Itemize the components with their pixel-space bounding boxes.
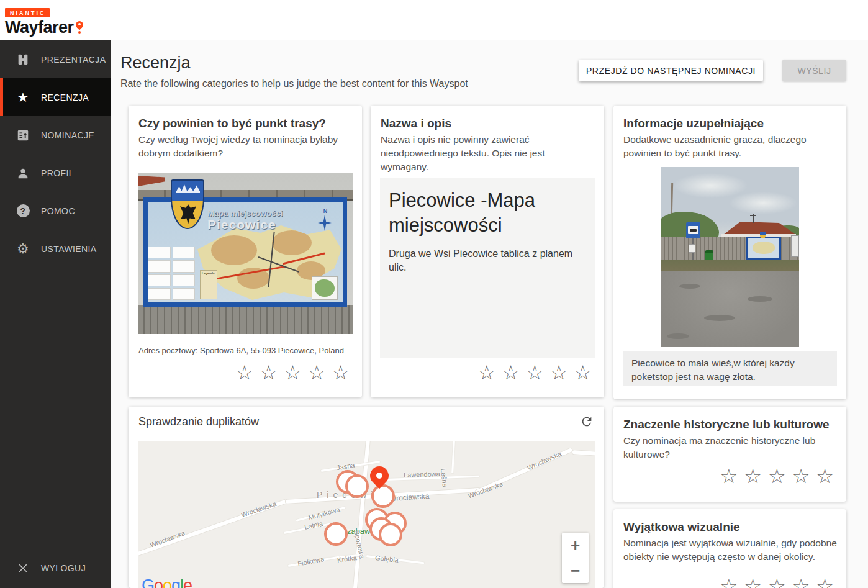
second-board xyxy=(791,235,799,257)
gear-icon: ⚙ xyxy=(16,242,30,256)
star-icon[interactable]: ☆ xyxy=(744,576,762,588)
card-subtitle: Czy według Twojej wiedzy ta nominacja by… xyxy=(138,133,352,160)
card-title: Nazwa i opis xyxy=(381,117,451,130)
refresh-icon[interactable] xyxy=(580,415,595,430)
map-pin-icon xyxy=(76,21,84,34)
star-icon[interactable]: ☆ xyxy=(308,363,326,382)
nomination-pin-icon[interactable] xyxy=(366,463,392,489)
card-title-description: Nazwa i opis Nazwa i opis nie powinny za… xyxy=(371,106,604,397)
compass-rose: N xyxy=(318,208,333,232)
google-logo: Google xyxy=(142,576,192,588)
star-icon[interactable]: ☆ xyxy=(260,363,278,382)
google-logo-letter: G xyxy=(142,576,154,588)
card-title: Sprawdzanie duplikatów xyxy=(138,415,259,428)
duplicate-wayspot-marker[interactable] xyxy=(379,523,402,546)
star-icon[interactable]: ☆ xyxy=(574,363,592,382)
star-icon[interactable]: ☆ xyxy=(816,576,834,588)
street-label: Fiołkowa xyxy=(297,555,325,568)
map-legend: Legenda xyxy=(200,270,217,299)
street-label: Motylkowa xyxy=(307,505,340,522)
sidebar-item-profil[interactable]: PROFIL xyxy=(0,154,111,192)
zoom-in-button[interactable]: + xyxy=(562,533,589,558)
star-rating: ☆☆☆☆☆ xyxy=(720,576,834,588)
star-icon[interactable]: ☆ xyxy=(792,466,810,486)
card-historic-cultural: Znaczenie historyczne lub kulturowe Czy … xyxy=(613,407,846,502)
street-label: Wrocławska xyxy=(240,500,278,519)
zoom-out-button[interactable]: − xyxy=(562,558,589,583)
star-icon[interactable]: ☆ xyxy=(478,363,496,382)
star-icon[interactable]: ☆ xyxy=(284,363,302,382)
duplicates-map[interactable]: Piecowice Plac zabaw Jasna Lawendowa Leś… xyxy=(138,441,595,588)
street-label: Lawendowa xyxy=(404,470,440,479)
duplicate-wayspot-marker[interactable] xyxy=(371,484,395,508)
asphalt-road xyxy=(661,271,799,347)
supporting-photo[interactable] xyxy=(661,167,799,347)
sidebar-item-label: NOMINACJE xyxy=(41,130,94,140)
sidebar-item-label: PROFIL xyxy=(41,168,74,178)
sidebar-item-recenzja[interactable]: ★ RECENZJA xyxy=(0,78,111,116)
person-icon xyxy=(16,166,30,181)
board-subtitle: Mapa miejscowości xyxy=(207,209,283,218)
submit-button[interactable]: WYŚLIJ xyxy=(782,60,846,81)
street-label: Wrocławska xyxy=(526,450,563,472)
street-label: Leśna xyxy=(440,468,449,487)
street-label: Wrocławska xyxy=(389,492,430,503)
wooden-fence xyxy=(138,305,353,334)
card-supporting-info: Informacje uzupełniające Dodatkowe uzasa… xyxy=(613,106,846,399)
star-icon[interactable]: ☆ xyxy=(550,363,568,382)
card-title: Znaczenie historyczne lub kulturowe xyxy=(623,418,830,432)
sidebar-item-label: USTAWIENIA xyxy=(41,244,97,254)
page-subtitle: Rate the following categories to help us… xyxy=(120,78,468,89)
star-icon: ★ xyxy=(16,90,30,105)
card-title: Wyjątkowa wizualnie xyxy=(623,520,740,534)
star-icon[interactable]: ☆ xyxy=(526,363,544,382)
star-rating: ☆☆☆☆☆ xyxy=(478,363,592,382)
star-icon[interactable]: ☆ xyxy=(744,466,762,486)
postal-address: Adres pocztowy: Sportowa 6A, 55-093 Piec… xyxy=(138,346,344,355)
small-sign xyxy=(689,244,695,253)
top-bar: NIANTIC Wayfarer xyxy=(0,0,868,40)
duplicate-wayspot-marker[interactable] xyxy=(345,474,369,498)
street-label: Krótka xyxy=(337,554,357,564)
map-road xyxy=(572,450,595,456)
nomination-list-icon xyxy=(16,128,30,143)
nomination-photo[interactable]: Mapa miejscowości Piecowice N Legenda xyxy=(138,173,353,334)
star-icon[interactable]: ☆ xyxy=(720,466,738,486)
antenna xyxy=(753,214,754,223)
star-icon[interactable]: ☆ xyxy=(792,576,810,588)
sidebar-item-pomoc[interactable]: ? POMOC xyxy=(0,192,111,230)
star-icon[interactable]: ☆ xyxy=(768,576,786,588)
logout-button[interactable]: WYLOGUJ xyxy=(0,554,111,582)
board-title: Piecowice xyxy=(207,217,276,232)
star-icon[interactable]: ☆ xyxy=(720,576,738,588)
star-icon[interactable]: ☆ xyxy=(236,363,254,382)
card-visually-unique: Wyjątkowa wizualnie Nominacja jest wyjąt… xyxy=(613,509,846,588)
card-title: Informacje uzupełniające xyxy=(623,117,764,130)
logout-label: WYLOGUJ xyxy=(41,563,86,573)
card-duplicate-check: Sprawdzanie duplikatów Piecowice Plac za… xyxy=(129,407,604,588)
sidebar-nav: PREZENTACJA ★ RECENZJA NOMINACJE PROFIL … xyxy=(0,40,111,588)
duplicate-wayspot-marker[interactable] xyxy=(324,522,348,546)
next-nomination-button[interactable]: PRZEJDŹ DO NASTĘPNEJ NOMINACJI xyxy=(579,60,763,81)
coat-of-arms xyxy=(760,232,766,238)
street-label: Gołębia xyxy=(374,554,399,564)
wayfarer-logo[interactable]: NIANTIC Wayfarer xyxy=(5,6,84,37)
street-label: Letnia xyxy=(304,520,323,531)
sidebar-item-ustawienia[interactable]: ⚙ USTAWIENIA xyxy=(0,230,111,268)
street-label: Wrocławska xyxy=(467,480,504,499)
supporting-statement: Piecowice to mała wieś,w której każdy po… xyxy=(623,351,837,386)
wayspot-title: Piecowice -Mapa miejscowości xyxy=(389,188,586,237)
wayspot-text-box: Piecowice -Mapa miejscowości Druga we Ws… xyxy=(380,178,595,358)
card-subtitle: Nominacja jest wyjątkowa wizualnie, gdy … xyxy=(623,536,837,564)
star-icon[interactable]: ☆ xyxy=(816,466,834,486)
star-icon[interactable]: ☆ xyxy=(768,466,786,486)
map-zoom-control: + − xyxy=(562,533,589,583)
card-subtitle: Nazwa i opis nie powinny zawierać nieodp… xyxy=(381,133,594,174)
sidebar-item-nominacje[interactable]: NOMINACJE xyxy=(0,116,111,154)
star-icon[interactable]: ☆ xyxy=(502,363,520,382)
sidebar-item-prezentacja[interactable]: PREZENTACJA xyxy=(0,40,111,78)
roof-detail xyxy=(138,176,165,186)
star-icon[interactable]: ☆ xyxy=(332,363,350,382)
card-subtitle: Czy nominacja ma znaczenie historyczne l… xyxy=(623,434,837,461)
inset-map xyxy=(312,276,338,300)
